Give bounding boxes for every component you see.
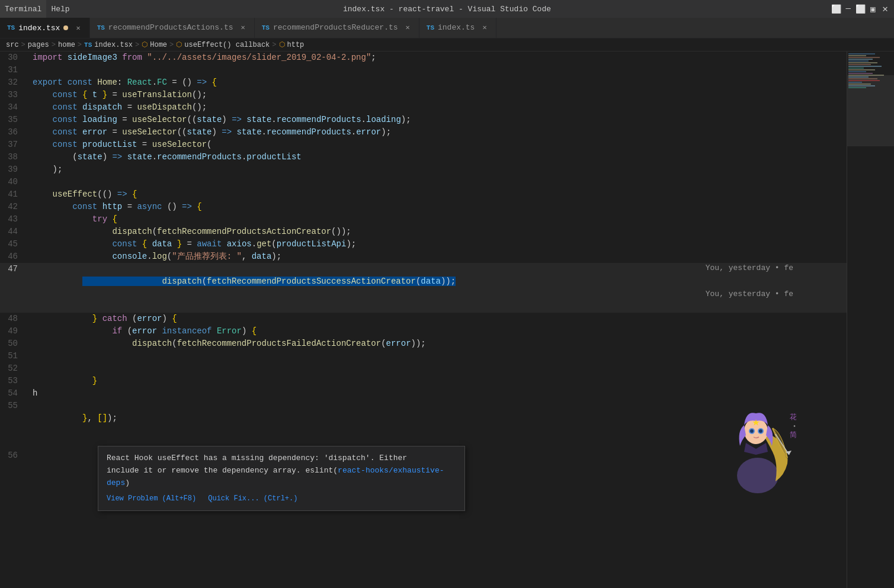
lc-30: import sideImage3 from "../../assets/ima… [24,52,847,64]
tab-label-recommend-actions: recommendProductsActions.ts [108,23,233,32]
breadcrumb-file[interactable]: index.tsx [94,41,133,49]
git-blame-hint: You, yesterday • fe [706,288,793,300]
ln-49: 49 [0,325,24,338]
lc-33: const { t } = useTranslation(); [24,89,847,101]
line-37: 37 const productList = useSelector( [0,139,847,151]
lc-43: try { [24,213,847,226]
menu-terminal[interactable]: Terminal [0,0,46,18]
line-40: 40 [0,176,847,188]
lc-34: const dispatch = useDispatch(); [24,101,847,114]
sep6: > [272,41,276,49]
tooltip-text-line2: include it or remove the dependency arra… [107,465,456,490]
tab-label-index-ts: index.ts [438,23,475,32]
ln-56: 56 [0,449,24,462]
ln-48: 48 [0,313,24,325]
breadcrumb-useeffect[interactable]: useEffect() callback [184,41,270,49]
line-33: 33 const { t } = useTranslation(); [0,89,847,101]
tab-label-index-tsx: index.tsx [18,24,60,33]
breadcrumb-src[interactable]: src [6,41,19,49]
ln-34: 34 [0,101,24,114]
char-text2: • [793,423,796,429]
char-text3: 简 [790,430,796,439]
menu-bar: Terminal Help [0,0,75,18]
quick-fix-action[interactable]: Quick Fix... (Ctrl+.) [208,493,297,505]
tab-close-recommend-actions[interactable]: ✕ [239,23,247,33]
tab-ts-icon-2: TS [97,24,105,31]
ln-33: 33 [0,89,24,101]
restore-icon[interactable]: ⬜ [831,4,841,14]
close-icon[interactable]: ✕ [882,3,888,15]
lc-36: const error = useSelector((state) => sta… [24,126,847,139]
line-43: 43 try { [0,213,847,226]
tab-close-index-tsx[interactable]: ✕ [74,23,82,33]
ln-50: 50 [0,338,24,350]
tab-recommend-reducer[interactable]: TS recommendProductsReducer.ts ✕ [255,17,419,38]
lc-32: export const Home: React.FC = () => { [24,76,847,89]
ln-52: 52 [0,362,24,375]
tooltip-actions: View Problem (Alt+F8) Quick Fix... (Ctrl… [107,493,456,505]
tile-icon[interactable]: ▣ [870,4,875,14]
lc-31 [24,64,847,76]
view-problem-action[interactable]: View Problem (Alt+F8) [107,493,196,505]
error-tooltip: React Hook useEffect has a missing depen… [98,446,465,511]
breadcrumb-pages[interactable]: pages [28,41,49,49]
minimap[interactable] [847,52,894,588]
tab-index-ts[interactable]: TS index.ts ✕ [419,17,496,38]
ln-44: 44 [0,226,24,238]
line-32: 32 export const Home: React.FC = () => { [0,76,847,89]
ln-51: 51 [0,350,24,362]
ln-32: 32 [0,76,24,89]
menu-help[interactable]: Help [46,0,74,18]
ln-38: 38 [0,151,24,163]
minimize-icon[interactable]: ─ [846,4,851,14]
tab-ts-icon: TS [7,24,15,31]
breadcrumb-home-dir[interactable]: home [58,41,75,49]
ln-41: 41 [0,188,24,201]
breadcrumb-home-fn-icon: ⬡ [142,40,148,49]
line-48: 48 } catch (error) { [0,313,847,325]
title-bar: Terminal Help index.tsx - react-travel -… [0,0,894,18]
ln-36: 36 [0,126,24,139]
window-controls: ⬜ ─ ⬜ ▣ ✕ [831,3,888,15]
tab-index-tsx[interactable]: TS index.tsx ✕ [0,17,90,38]
line-46: 46 console.log("产品推荐列表: ", data); [0,250,847,263]
line-53: 53 } [0,375,847,387]
ln-37: 37 [0,139,24,151]
tab-modified-dot [63,25,68,30]
line-31: 31 [0,64,847,76]
ln-46: 46 [0,250,24,263]
lc-49: if (error instanceof Error) { [24,325,847,338]
line-35: 35 const loading = useSelector((state) =… [0,114,847,126]
line-34: 34 const dispatch = useDispatch(); [0,101,847,114]
lc-35: const loading = useSelector((state) => s… [24,114,847,126]
char-text1: 花 [790,413,796,421]
breadcrumb-home[interactable]: Home [150,41,167,49]
tab-bar: TS index.tsx ✕ TS recommendProductsActio… [0,18,894,38]
breadcrumb-useeffect-icon: ⬡ [176,40,182,49]
ln-54: 54 [0,387,24,400]
lc-38: (state) => state.recommendProducts.produ… [24,151,847,163]
breadcrumb-http[interactable]: http [287,41,305,49]
ln-35: 35 [0,114,24,126]
code-area[interactable]: 30 import sideImage3 from "../../assets/… [0,52,847,588]
tab-close-recommend-reducer[interactable]: ✕ [404,23,412,33]
tab-close-index-ts[interactable]: ✕ [480,23,488,33]
ln-45: 45 [0,238,24,250]
anime-character: 花 • 简 [719,399,796,493]
tab-recommend-actions[interactable]: TS recommendProductsActions.ts ✕ [90,17,255,38]
anime-svg: 花 • 简 [719,399,796,493]
sep2: > [52,41,56,49]
maximize-icon[interactable]: ⬜ [855,4,866,14]
line-36: 36 const error = useSelector((state) => … [0,126,847,139]
breadcrumb-ts-icon: TS [84,41,92,49]
tooltip-text2-part: include it or remove the dependency arra… [107,466,338,475]
line-51: 51 [0,350,847,362]
tab-ts-icon-4: TS [427,24,434,31]
lc-46: console.log("产品推荐列表: ", data); [24,250,847,263]
lc-44: dispatch(fetchRecommendProductsActionCre… [24,226,847,238]
lc-41: useEffect(() => { [24,188,847,201]
lc-51 [24,350,847,362]
lc-52 [24,362,847,375]
lc-45: const { data } = await axios.get(product… [24,238,847,250]
ln-39: 39 [0,163,24,176]
